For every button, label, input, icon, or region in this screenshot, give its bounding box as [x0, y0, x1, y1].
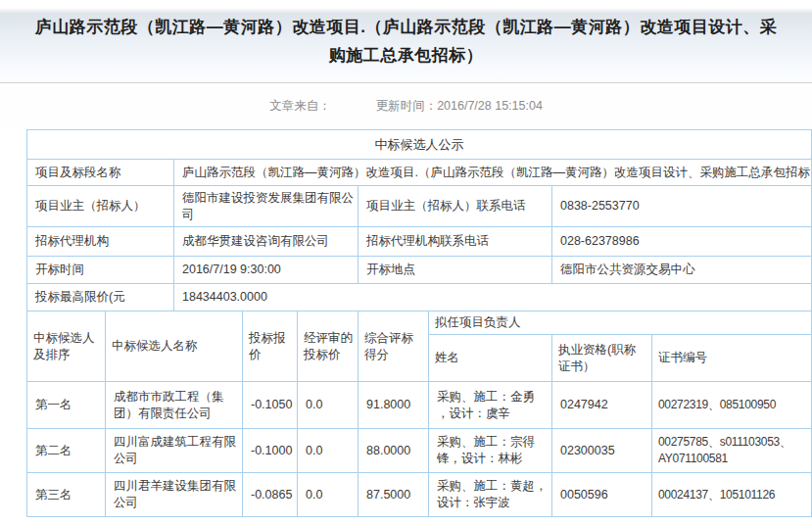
candidate-evaluated-price: 0.0	[298, 382, 358, 429]
header-manager-name: 姓名	[429, 335, 552, 382]
max-price-label: 投标最高限价(元	[27, 284, 174, 311]
owner-value: 德阳市建设投资发展集团有限公司	[174, 186, 358, 227]
agency-label: 招标代理机构	[27, 227, 174, 257]
header-manager-group: 拟任项目负责人	[429, 311, 812, 335]
candidate-row: 第三名 四川君羊建设集团有限公司 -0.0865 0.0 87.5000 采购、…	[27, 473, 812, 517]
candidate-manager: 采购、施工：宗得锋，设计：林彬	[429, 429, 552, 473]
candidate-score: 91.8000	[358, 382, 429, 429]
header-rank: 中标候选人及排序	[27, 311, 106, 382]
open-place-label: 开标地点	[358, 257, 552, 284]
header-bid-price: 投标报价	[243, 311, 298, 382]
candidate-rank: 第二名	[27, 429, 106, 473]
max-price-value: 18434403.0000	[174, 284, 812, 311]
candidate-qualification: 0050596	[552, 473, 652, 517]
header-cert-no: 证书编号	[652, 335, 812, 382]
project-name-label: 项目及标段名称	[27, 160, 174, 186]
updated-time-label: 更新时间：2016/7/28 15:15:04	[376, 98, 543, 115]
open-time-value: 2016/7/19 9:30:00	[174, 257, 358, 284]
candidate-bid-price: -0.1000	[243, 429, 298, 473]
candidate-company: 四川君羊建设集团有限公司	[106, 473, 243, 517]
candidate-cert-no: 00272319、085100950	[652, 382, 812, 429]
candidate-row: 第一名 成都市市政工程（集团）有限责任公司 -0.1050 0.0 91.800…	[27, 382, 812, 429]
header-score: 综合评标得分	[358, 311, 429, 382]
article-source-label: 文章来自：	[269, 98, 331, 115]
agency-phone-label: 招标代理机构联系电话	[358, 227, 552, 257]
announcement-section: 中标候选人公示 项目及标段名称 庐山路示范段（凯江路—黄河路）改造项目.（庐山路…	[26, 129, 811, 517]
candidate-qualification: 0247942	[552, 382, 652, 429]
open-time-label: 开标时间	[27, 257, 174, 284]
candidate-cert-no: 00024137、105101126	[652, 473, 812, 517]
candidate-manager: 采购、施工：黄超，设计：张宇波	[429, 473, 552, 517]
candidate-company: 四川富成建筑工程有限公司	[106, 429, 243, 473]
candidate-row: 第二名 四川富成建筑工程有限公司 -0.1000 0.0 88.0000 采购、…	[27, 429, 812, 473]
project-name-value: 庐山路示范段（凯江路—黄河路）改造项目.（庐山路示范段（凯江路—黄河路）改造项目…	[174, 160, 812, 186]
candidate-company: 成都市市政工程（集团）有限责任公司	[106, 382, 243, 429]
page-title: 庐山路示范段（凯江路—黄河路）改造项目.（庐山路示范段（凯江路—黄河路）改造项目…	[28, 13, 785, 70]
candidate-manager: 采购、施工：金勇 ，设计：虞辛	[429, 382, 552, 429]
candidate-evaluated-price: 0.0	[298, 429, 358, 473]
owner-phone-value: 0838-2553770	[552, 186, 812, 227]
candidate-score: 88.0000	[358, 429, 429, 473]
candidate-rank: 第一名	[27, 382, 106, 429]
candidate-bid-price: -0.1050	[243, 382, 298, 429]
candidates-table: 中标候选人及排序 中标候选人名称 投标报价 经评审的投标价 综合评标得分 拟任项…	[26, 311, 812, 517]
announcement-table-title: 中标候选人公示	[27, 130, 812, 160]
header-evaluated-price: 经评审的投标价	[298, 311, 358, 382]
candidate-rank: 第三名	[27, 473, 106, 517]
announcement-info-table: 中标候选人公示 项目及标段名称 庐山路示范段（凯江路—黄河路）改造项目.（庐山路…	[26, 129, 812, 311]
candidate-qualification: 02300035	[552, 429, 652, 473]
candidate-evaluated-price: 0.0	[298, 473, 358, 517]
owner-phone-label: 项目业主（招标人）联系电话	[358, 186, 552, 227]
candidate-cert-no: 00275785、s011103053、AY071100581	[652, 429, 812, 473]
page: 庐山路示范段（凯江路—黄河路）改造项目.（庐山路示范段（凯江路—黄河路）改造项目…	[0, 0, 812, 517]
header-candidate-name: 中标候选人名称	[106, 311, 243, 382]
candidate-bid-price: -0.0865	[243, 473, 298, 517]
owner-label: 项目业主（招标人）	[27, 186, 174, 227]
candidate-score: 87.5000	[358, 473, 429, 517]
agency-phone-value: 028-62378986	[552, 227, 812, 257]
open-place-value: 德阳市公共资源交易中心	[552, 257, 812, 284]
header-qualification: 执业资格(职称证书）	[552, 335, 652, 382]
agency-value: 成都华贯建设咨询有限公司	[174, 227, 358, 257]
meta-bar: 文章来自： 更新时间：2016/7/28 15:15:04	[0, 83, 812, 129]
page-header: 庐山路示范段（凯江路—黄河路）改造项目.（庐山路示范段（凯江路—黄河路）改造项目…	[0, 0, 812, 83]
